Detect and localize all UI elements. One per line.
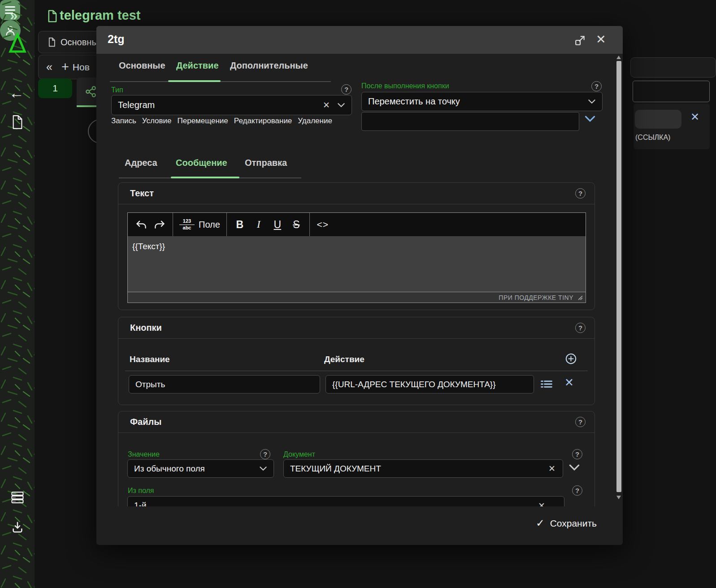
tab-action[interactable]: Действие — [176, 61, 219, 71]
bg-tab-main[interactable]: Основны — [38, 31, 105, 53]
chevron-down-icon[interactable] — [259, 466, 267, 471]
sidebar-expand-icon[interactable]: » — [10, 8, 17, 24]
buttons-panel-header: Кнопки ? — [118, 317, 594, 339]
format-group: B I U S — [227, 213, 310, 236]
buttons-panel-title: Кнопки — [130, 323, 575, 333]
download-icon[interactable] — [11, 521, 24, 534]
remove-row-icon[interactable]: ✕ — [564, 376, 574, 389]
new-point-button[interactable]: + Нов — [61, 60, 90, 74]
from-field-select[interactable]: 1-й ✕ — [127, 496, 564, 506]
undo-icon[interactable] — [132, 216, 149, 233]
tab-extra[interactable]: Дополнительные — [230, 61, 308, 71]
subtab-message[interactable]: Сообщение — [176, 158, 227, 168]
link-move[interactable]: Перемещение — [178, 117, 228, 125]
button-action-input[interactable]: {{URL-АДРЕС ТЕКУЩЕГО ДОКУМЕНТА}} — [325, 375, 534, 393]
chevron-down-icon[interactable] — [588, 99, 596, 104]
history-group — [128, 213, 173, 236]
document-clear-icon[interactable]: ✕ — [548, 463, 555, 474]
tab-general[interactable]: Основные — [119, 61, 165, 71]
close-icon[interactable]: ✕ — [596, 32, 606, 47]
document-icon[interactable] — [11, 115, 23, 130]
sidebar: » ← — [0, 0, 35, 588]
buttons-panel: Кнопки ? Название Действие Отрыть {{URL-… — [118, 317, 595, 405]
link-edit[interactable]: Редактирование — [234, 117, 292, 125]
logo-delta-icon[interactable] — [9, 33, 26, 53]
type-select[interactable]: Telegram ✕ — [111, 95, 352, 115]
redo-icon[interactable] — [151, 216, 168, 233]
text-panel: Текст ? 123 abc — [118, 182, 595, 310]
help-icon[interactable]: ? — [575, 417, 586, 427]
chevron-down-icon[interactable] — [584, 115, 596, 124]
node-number-badge[interactable]: 1 — [38, 78, 72, 98]
document-label: Документ — [283, 450, 315, 458]
editor-content[interactable]: {{Текст}} — [128, 236, 586, 292]
from-field-clear-icon[interactable]: ✕ — [538, 501, 545, 506]
subtab-sending[interactable]: Отправка — [245, 158, 287, 168]
back-arrow-icon[interactable]: ← — [9, 84, 24, 102]
bg-right-input[interactable] — [633, 81, 710, 102]
link-condition[interactable]: Условие — [142, 117, 172, 125]
help-icon[interactable]: ? — [575, 188, 586, 199]
help-icon[interactable]: ? — [260, 449, 270, 459]
value-source-select[interactable]: Из обычного поля — [127, 459, 274, 478]
database-icon[interactable] — [11, 491, 24, 504]
help-icon[interactable]: ? — [572, 485, 582, 496]
bg-right-tabstrip — [630, 57, 716, 78]
after-button-select[interactable]: Переместить на точку — [361, 92, 603, 111]
strikethrough-button[interactable]: S — [288, 216, 305, 233]
dialog-header: 2tg ✕ — [96, 26, 623, 54]
dialog-body: Основные Действие Дополнительные Тип ? T… — [96, 54, 623, 506]
help-icon[interactable]: ? — [572, 449, 582, 459]
dialog-title: 2tg — [108, 33, 125, 46]
help-icon[interactable]: ? — [575, 323, 586, 333]
code-view-button[interactable]: <> — [314, 216, 331, 233]
after-button-label: После выполнения кнопки — [361, 82, 449, 90]
chevron-down-icon[interactable] — [337, 103, 345, 108]
bg-link-caption: (ССЫЛКА) — [635, 134, 670, 142]
save-button-label: Сохранить — [550, 518, 597, 529]
files-panel-header: Файлы ? — [118, 411, 594, 433]
bg-right-chip[interactable] — [635, 110, 681, 129]
resize-handle-icon[interactable] — [577, 294, 583, 300]
collapse-icon[interactable]: « — [46, 61, 52, 74]
maximize-icon[interactable] — [574, 35, 586, 48]
insert-field-button[interactable]: 123 abc Поле — [178, 216, 222, 233]
type-value: Telegram — [118, 100, 323, 110]
link-delete[interactable]: Удаление — [298, 117, 332, 125]
scrollbar-thumb[interactable] — [616, 61, 621, 492]
type-links: Запись Условие Перемещение Редактировани… — [111, 117, 332, 125]
scroll-down-arrow[interactable] — [616, 496, 621, 499]
plus-icon: + — [61, 60, 69, 74]
bg-right-panel: ✕ (ССЫЛКА) — [634, 104, 710, 149]
link-record[interactable]: Запись — [111, 117, 136, 125]
after-button-value: Переместить на точку — [368, 96, 588, 107]
italic-button[interactable]: I — [250, 216, 267, 233]
dialog-footer: ✓ Сохранить — [96, 506, 623, 545]
subtab-addresses[interactable]: Адреса — [125, 158, 157, 168]
target-point-select[interactable] — [361, 112, 579, 131]
save-button[interactable]: ✓ Сохранить — [536, 517, 597, 529]
underline-button[interactable]: U — [269, 216, 286, 233]
bold-button[interactable]: B — [231, 216, 248, 233]
table-divider — [125, 371, 588, 371]
help-icon[interactable]: ? — [591, 81, 602, 91]
chevron-down-icon[interactable] — [568, 464, 580, 473]
page-title-icon — [47, 9, 57, 25]
document-select[interactable]: ТЕКУЩИЙ ДОКУМЕНТ ✕ — [283, 459, 563, 478]
files-panel-title: Файлы — [130, 417, 575, 427]
help-icon[interactable]: ? — [341, 84, 351, 95]
list-select-icon[interactable] — [540, 379, 553, 391]
type-clear-icon[interactable]: ✕ — [323, 100, 330, 110]
button-name-value: Отрыть — [135, 380, 165, 389]
insert-field-label: Поле — [199, 220, 220, 230]
bg-clear-icon[interactable]: ✕ — [690, 111, 699, 123]
active-tab-underline — [168, 80, 221, 82]
type-label: Тип — [111, 86, 123, 94]
files-panel: Файлы ? Значение ? Из обычного поля Доку… — [118, 411, 595, 506]
scroll-up-arrow[interactable] — [616, 56, 621, 59]
field-group: 123 abc Поле — [173, 213, 227, 236]
button-action-value: {{URL-АДРЕС ТЕКУЩЕГО ДОКУМЕНТА}} — [332, 380, 496, 389]
add-button-icon[interactable] — [565, 353, 577, 367]
button-name-input[interactable]: Отрыть — [129, 375, 320, 393]
editor-toolbar: 123 abc Поле B I U S — [128, 213, 586, 236]
